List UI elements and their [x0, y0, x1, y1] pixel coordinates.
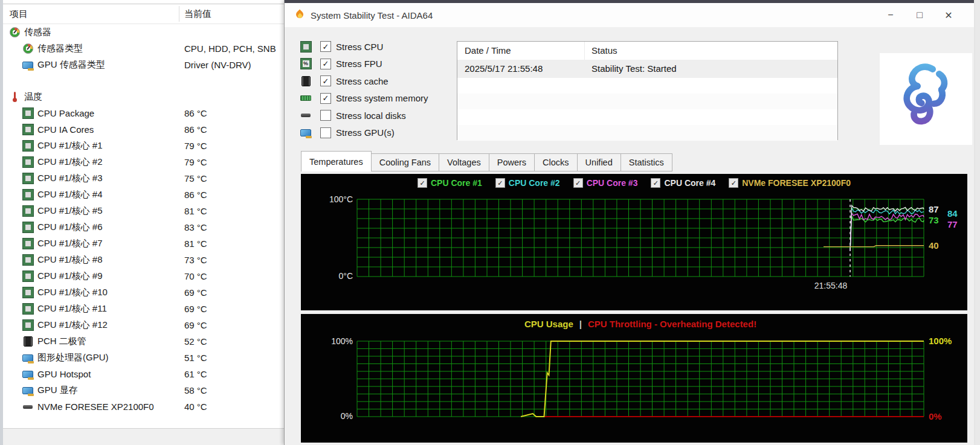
stress-checkbox[interactable] [320, 59, 331, 69]
y-axis-min-label: 0°C [339, 271, 353, 281]
legend-item-4[interactable]: CPU Core #4 [651, 178, 715, 188]
stress-option: Stress GPU(s) [299, 124, 428, 142]
sensor-row[interactable]: CPU #1/核心 #873 °C [3, 252, 284, 268]
stress-checkbox[interactable] [320, 41, 331, 52]
tab-cooling-fans[interactable]: Cooling Fans [371, 153, 439, 171]
disk-icon [301, 114, 311, 117]
legend-item-5[interactable]: NVMe FORESEE XP2100F0 [729, 178, 851, 188]
legend-checkbox[interactable] [651, 178, 660, 188]
sensor-row[interactable]: CPU #1/核心 #279 °C [3, 154, 284, 170]
sensor-value: 40 °C [184, 402, 207, 412]
sensor-label: CPU #1/核心 #6 [37, 222, 103, 233]
sensor-row[interactable]: GPU Hotspot61 °C [3, 366, 284, 382]
sensor-value: 81 °C [184, 239, 207, 249]
sensor-row[interactable]: CPU #1/核心 #781 °C [3, 235, 284, 252]
sensor-row[interactable]: CPU #1/核心 #486 °C [3, 187, 284, 203]
current-value-label: 84 [947, 208, 958, 219]
sensor-row[interactable]: 图形处理器(GPU)51 °C [3, 350, 284, 366]
stress-checkbox[interactable] [320, 110, 331, 121]
stress-option-label: Stress FPU [336, 59, 382, 69]
legend-checkbox[interactable] [495, 178, 505, 188]
legend-label: CPU Core #2 [509, 178, 560, 188]
title-bar[interactable]: System Stability Test - AIDA64 − □ ✕ [285, 3, 974, 27]
gauge-icon [23, 43, 33, 54]
maximize-button[interactable]: □ [905, 3, 934, 27]
sensor-row[interactable]: CPU #1/核心 #1069 °C [3, 284, 284, 301]
sensor-label: CPU #1/核心 #8 [37, 254, 103, 266]
sensor-row[interactable]: CPU #1/核心 #1169 °C [3, 301, 284, 317]
stress-option-label: Stress cache [336, 76, 388, 86]
sensor-value: 52 °C [184, 336, 207, 347]
right-axis-label: 0% [929, 411, 942, 421]
status-table-empty-row [457, 94, 837, 110]
sensor-row[interactable]: CPU #1/核心 #375 °C [3, 170, 284, 187]
gpu-icon [22, 387, 33, 394]
tab-clocks[interactable]: Clocks [534, 153, 578, 171]
thermo-icon [12, 92, 18, 102]
stress-option: Stress FPU [299, 56, 428, 73]
legend-label: CPU Core #4 [664, 178, 715, 188]
sensor-value: 81 °C [184, 206, 207, 216]
window-title: System Stability Test - AIDA64 [311, 10, 433, 21]
status-table-empty-row [457, 109, 837, 126]
sensor-value: 75 °C [184, 173, 207, 184]
sensor-label: CPU Package [37, 108, 94, 118]
sensor-row[interactable]: 传感器类型CPU, HDD, PCH, SNB [3, 40, 284, 57]
sensor-list-header: 项目 当前值 [3, 4, 284, 24]
tab-powers[interactable]: Powers [489, 153, 535, 171]
sensor-row[interactable]: CPU #1/核心 #683 °C [3, 219, 284, 235]
sensor-value: 51 °C [184, 353, 207, 363]
legend-item-1[interactable]: CPU Core #1 [417, 178, 482, 188]
table-header-datetime[interactable]: Date / Time [465, 45, 511, 56]
sensor-row[interactable]: CPU IA Cores86 °C [3, 121, 284, 138]
cpu-usage-chart-panel: 100%0%100%0%CPU Usage|CPU Throttling - O… [301, 314, 967, 443]
sensor-label: CPU #1/核心 #4 [37, 189, 103, 200]
tab-statistics[interactable]: Statistics [621, 153, 672, 171]
legend-item-2[interactable]: CPU Core #2 [495, 178, 560, 188]
sensor-value: 83 °C [184, 222, 207, 232]
sensor-row[interactable]: CPU #1/核心 #179 °C [3, 138, 284, 154]
minimize-button[interactable]: − [876, 3, 905, 27]
stress-checkbox[interactable] [320, 93, 331, 104]
sensor-row[interactable]: 温度 [3, 89, 284, 105]
legend-checkbox[interactable] [573, 178, 583, 188]
cache-icon [301, 76, 311, 86]
sensor-row[interactable]: CPU Package86 °C [3, 105, 284, 121]
sensor-row[interactable]: 传感器 [3, 24, 284, 40]
cpu-icon [23, 287, 33, 298]
aida64-logo-box [880, 53, 972, 145]
status-table-row[interactable]: 2025/5/17 21:55:48Stability Test: Starte… [457, 60, 837, 78]
usage-chart-title-part: CPU Usage [524, 319, 573, 329]
sensor-label: NVMe FORESEE XP2100F0 [37, 402, 154, 412]
sensor-row[interactable]: GPU 传感器类型Driver (NV-DRV) [3, 57, 284, 73]
legend-item-3[interactable]: CPU Core #3 [573, 178, 638, 188]
column-header-value[interactable]: 当前值 [184, 8, 211, 20]
legend-checkbox[interactable] [417, 178, 427, 188]
cpu-icon [23, 222, 33, 232]
current-value-label: 77 [947, 219, 958, 229]
sensor-row[interactable]: GPU 显存58 °C [3, 382, 284, 399]
stress-checkbox[interactable] [320, 127, 331, 138]
grid-lines [357, 341, 924, 417]
table-header-status[interactable]: Status [592, 45, 617, 56]
tab-voltages[interactable]: Voltages [439, 153, 489, 171]
legend-checkbox[interactable] [729, 178, 738, 188]
stress-checkbox[interactable] [320, 75, 331, 86]
tab-temperatures[interactable]: Temperatures [301, 151, 372, 171]
sensor-label: GPU 传感器类型 [37, 59, 105, 71]
sensor-row[interactable]: CPU #1/核心 #581 °C [3, 203, 284, 219]
column-header-item[interactable]: 项目 [10, 8, 28, 20]
tab-unified[interactable]: Unified [577, 153, 621, 171]
cpu-icon [23, 255, 33, 265]
sensor-row[interactable]: CPU #1/核心 #1269 °C [3, 317, 284, 333]
sensor-value: 79 °C [184, 157, 207, 167]
sensor-row[interactable]: CPU #1/核心 #970 °C [3, 268, 284, 284]
temp-series-5 [824, 246, 924, 247]
column-separator[interactable] [179, 6, 179, 22]
sensor-row[interactable]: PCH 二极管52 °C [3, 333, 284, 350]
sensor-row[interactable]: NVMe FORESEE XP2100F040 °C [3, 399, 284, 415]
sensor-value: 86 °C [184, 124, 207, 135]
status-row-status: Stability Test: Started [592, 63, 677, 74]
close-button[interactable]: ✕ [934, 3, 963, 27]
stress-option-label: Stress system memory [336, 93, 428, 103]
